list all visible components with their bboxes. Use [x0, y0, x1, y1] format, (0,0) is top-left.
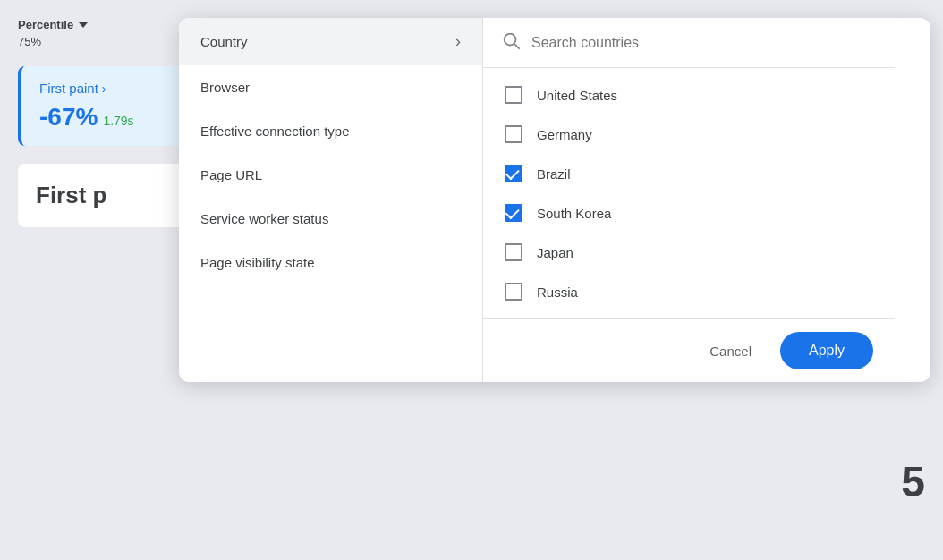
filter-category-item[interactable]: Effective connection type	[179, 109, 482, 153]
filter-category-item[interactable]: Country›	[179, 18, 482, 65]
first-paint-label: First paint ›	[39, 81, 197, 96]
country-checkbox[interactable]	[505, 86, 522, 104]
filter-category-label: Page URL	[200, 167, 262, 182]
list-item[interactable]: Germany	[483, 115, 895, 154]
filter-category-item[interactable]: Page URL	[179, 153, 482, 197]
country-name: South Korea	[537, 206, 611, 221]
country-selection-panel: United StatesGermanyBrazilSouth KoreaJap…	[483, 18, 895, 382]
number-right: 5	[901, 457, 925, 506]
list-item[interactable]: Brazil	[483, 154, 895, 193]
first-paint-stats: -67% 1.79s	[39, 99, 197, 132]
country-checkbox[interactable]	[505, 165, 522, 182]
country-name: Germany	[537, 127, 592, 142]
filter-category-label: Service worker status	[200, 211, 328, 226]
list-item[interactable]: United States	[483, 75, 895, 115]
country-checkbox[interactable]	[505, 243, 522, 261]
footer: Cancel Apply	[483, 318, 895, 382]
countries-list: United StatesGermanyBrazilSouth KoreaJap…	[483, 68, 895, 318]
filter-category-label: Page visibility state	[200, 255, 315, 270]
list-item[interactable]: Russia	[483, 272, 895, 311]
filter-category-label: Browser	[200, 80, 250, 95]
list-item[interactable]: South Korea	[483, 193, 895, 233]
first-paint-arrow-icon: ›	[102, 81, 106, 96]
filter-category-item[interactable]: Browser	[179, 65, 482, 109]
country-name: United States	[537, 88, 617, 103]
percentile-chevron-icon	[79, 22, 88, 28]
filter-dropdown: Country›BrowserEffective connection type…	[179, 18, 930, 382]
search-icon	[501, 30, 521, 55]
country-checkbox[interactable]	[505, 204, 522, 222]
country-name: Japan	[537, 245, 573, 260]
filter-categories-panel: Country›BrowserEffective connection type…	[179, 18, 483, 382]
search-input[interactable]	[531, 35, 877, 51]
country-checkbox[interactable]	[505, 125, 522, 143]
filter-category-item[interactable]: Page visibility state	[179, 241, 482, 284]
apply-button[interactable]: Apply	[780, 332, 873, 369]
search-bar	[483, 18, 895, 68]
filter-category-label: Effective connection type	[200, 123, 350, 139]
country-name: Russia	[537, 284, 578, 300]
submenu-arrow-icon: ›	[455, 32, 461, 51]
country-name: Brazil	[537, 166, 571, 182]
filter-category-item[interactable]: Service worker status	[179, 197, 482, 241]
filter-category-label: Country	[200, 34, 248, 49]
cancel-button[interactable]: Cancel	[695, 335, 766, 368]
country-checkbox[interactable]	[505, 283, 522, 301]
list-item[interactable]: Japan	[483, 233, 895, 272]
svg-line-1	[514, 44, 519, 48]
